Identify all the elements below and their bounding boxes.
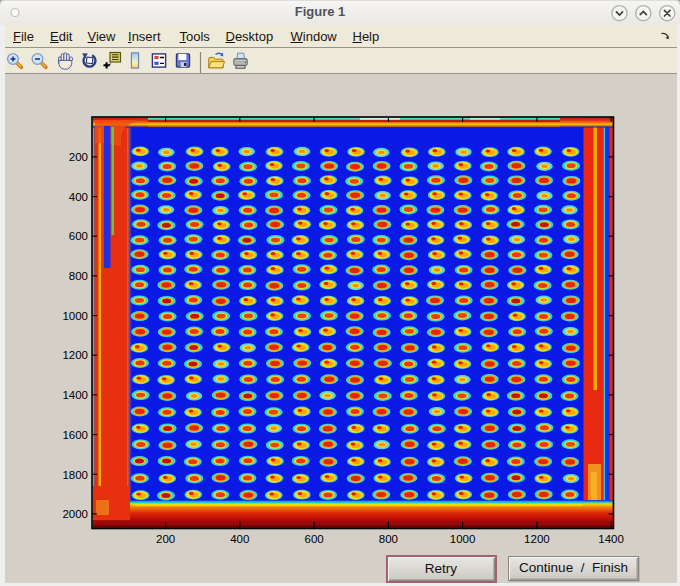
svg-text:1200: 1200 — [524, 533, 550, 545]
svg-text:1000: 1000 — [62, 310, 88, 322]
svg-text:600: 600 — [305, 533, 324, 545]
svg-text:1800: 1800 — [62, 469, 88, 481]
svg-text:600: 600 — [69, 230, 88, 242]
svg-text:1400: 1400 — [62, 389, 88, 401]
svg-text:400: 400 — [230, 533, 249, 545]
svg-text:200: 200 — [69, 151, 88, 163]
svg-text:2000: 2000 — [62, 508, 88, 520]
svg-text:800: 800 — [379, 533, 398, 545]
svg-text:1600: 1600 — [62, 429, 88, 441]
svg-text:800: 800 — [69, 270, 88, 282]
svg-text:1400: 1400 — [598, 533, 624, 545]
svg-text:200: 200 — [156, 533, 175, 545]
svg-text:1200: 1200 — [62, 349, 88, 361]
svg-text:1000: 1000 — [450, 533, 476, 545]
svg-text:400: 400 — [69, 191, 88, 203]
